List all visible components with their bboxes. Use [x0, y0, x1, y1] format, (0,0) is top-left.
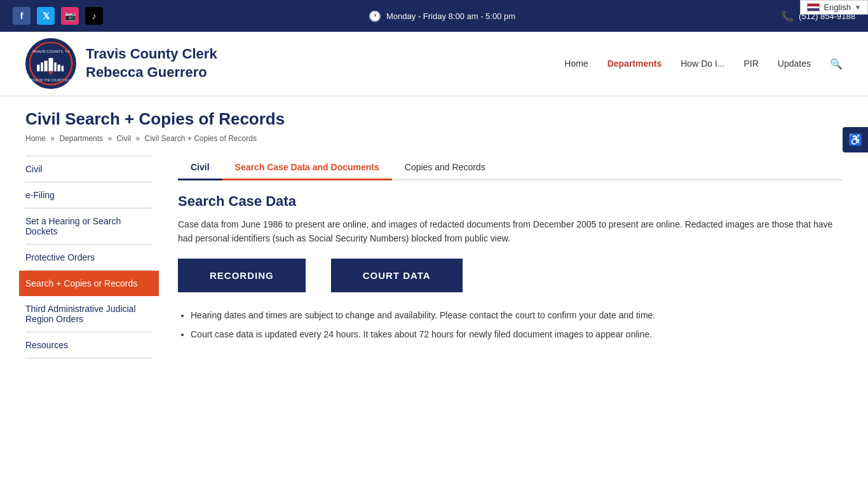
top-bar: f 𝕏 📷 ♪ 🕐 Monday - Friday 8:00 am - 5:00… [0, 0, 868, 32]
breadcrumb: Home » Departments » Civil » Civil Searc… [25, 134, 843, 143]
nav-departments[interactable]: Departments [607, 55, 662, 72]
sidebar-item-third-admin[interactable]: Third Administrative Judicial Region Ord… [25, 296, 153, 332]
hours-info: 🕐 Monday - Friday 8:00 am - 5:00 pm [369, 10, 515, 22]
content-layout: Civil e-Filing Set a Hearing or Search D… [25, 156, 843, 358]
sidebar: Civil e-Filing Set a Hearing or Search D… [25, 156, 165, 358]
language-label: English [824, 3, 851, 12]
site-header: TRAVIS COUNTY, TX ★ OFFICE OF THE COUNTY… [0, 32, 868, 97]
social-icons: f 𝕏 📷 ♪ [13, 7, 103, 25]
nav-home[interactable]: Home [564, 55, 588, 72]
page-content: Civil Search + Copies of Records Home » … [0, 97, 868, 371]
info-item-1: Hearing dates and times are subject to c… [191, 308, 843, 322]
svg-text:OFFICE OF THE COUNTY CLERK: OFFICE OF THE COUNTY CLERK [29, 79, 73, 82]
info-list: Hearing dates and times are subject to c… [178, 308, 843, 342]
sidebar-item-protective-orders[interactable]: Protective Orders [25, 245, 153, 271]
breadcrumb-sep-1: » [50, 134, 57, 143]
tiktok-icon[interactable]: ♪ [85, 7, 103, 25]
svg-text:TRAVIS COUNTY, TX: TRAVIS COUNTY, TX [32, 49, 69, 53]
sidebar-item-search-copies[interactable]: Search + Copies or Records [19, 271, 159, 296]
breadcrumb-current: Civil Search + Copies of Records [144, 134, 256, 143]
sidebar-item-hearing[interactable]: Set a Hearing or Search Dockets [25, 208, 153, 245]
page-title: Civil Search + Copies of Records [25, 109, 843, 129]
breadcrumb-sep-2: » [107, 134, 114, 143]
sidebar-item-efiling[interactable]: e-Filing [25, 182, 153, 208]
flag-icon [807, 3, 820, 11]
accessibility-button[interactable]: ♿ [843, 127, 868, 152]
main-nav: Home Departments How Do I... PIR Updates… [564, 55, 843, 72]
phone-icon: 📞 [781, 10, 794, 22]
info-item-2: Court case data is updated every 24 hour… [191, 327, 843, 341]
search-icon[interactable]: 🔍 [830, 58, 843, 70]
logo-svg: TRAVIS COUNTY, TX ★ OFFICE OF THE COUNTY… [29, 41, 73, 86]
section-title: Search Case Data [178, 193, 843, 210]
court-data-button[interactable]: COURT DATA [331, 259, 463, 292]
svg-rect-8 [62, 66, 64, 72]
instagram-icon[interactable]: 📷 [61, 7, 79, 25]
nav-pir[interactable]: PIR [744, 55, 759, 72]
tab-copies-records[interactable]: Copies and Records [392, 156, 498, 180]
site-title: Travis County Clerk Rebecca Guerrero [86, 45, 217, 81]
svg-rect-4 [44, 61, 48, 72]
recording-button[interactable]: RECORDING [178, 259, 306, 292]
logo-circle: TRAVIS COUNTY, TX ★ OFFICE OF THE COUNTY… [25, 38, 76, 89]
tab-search-case-data[interactable]: Search Case Data and Documents [222, 156, 392, 180]
tabs: Civil Search Case Data and Documents Cop… [178, 156, 843, 180]
svg-rect-3 [41, 62, 43, 71]
svg-rect-2 [37, 65, 39, 72]
chevron-down-icon: ▼ [855, 4, 861, 11]
nav-how-do-i[interactable]: How Do I... [681, 55, 724, 72]
sidebar-item-resources[interactable]: Resources [25, 332, 153, 358]
facebook-icon[interactable]: f [13, 7, 31, 25]
clock-icon: 🕐 [369, 10, 381, 22]
breadcrumb-departments[interactable]: Departments [59, 134, 103, 143]
nav-updates[interactable]: Updates [778, 55, 811, 72]
svg-text:★: ★ [48, 69, 54, 76]
business-hours: Monday - Friday 8:00 am - 5:00 pm [386, 11, 515, 21]
section-description: Case data from June 1986 to present are … [178, 217, 843, 246]
logo-area: TRAVIS COUNTY, TX ★ OFFICE OF THE COUNTY… [25, 38, 217, 89]
svg-rect-7 [58, 65, 60, 72]
breadcrumb-home[interactable]: Home [25, 134, 46, 143]
sidebar-item-civil[interactable]: Civil [25, 156, 153, 182]
breadcrumb-civil[interactable]: Civil [116, 134, 131, 143]
main-area: Civil Search Case Data and Documents Cop… [165, 156, 843, 358]
breadcrumb-sep-3: » [135, 134, 142, 143]
action-buttons: RECORDING COURT DATA [178, 259, 843, 292]
tab-civil[interactable]: Civil [178, 156, 222, 180]
svg-rect-6 [54, 62, 57, 71]
twitter-icon[interactable]: 𝕏 [37, 7, 55, 25]
language-bar[interactable]: English ▼ [800, 0, 868, 15]
